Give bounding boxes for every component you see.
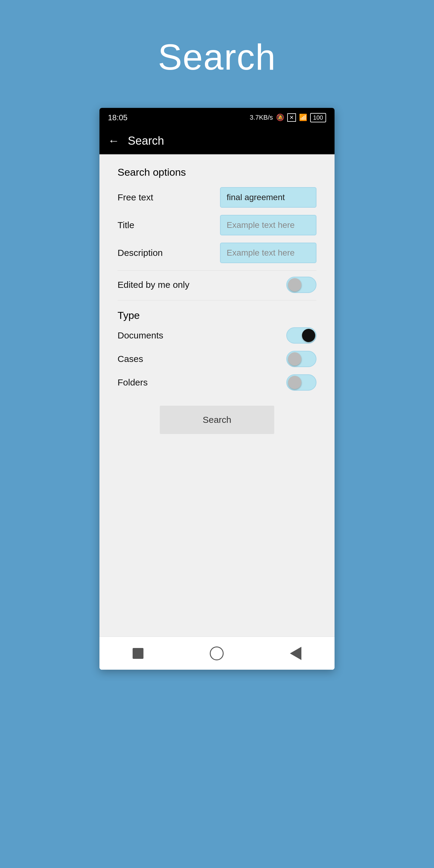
nav-bar [99,637,335,670]
description-label: Description [118,248,163,258]
back-button[interactable]: ← [108,134,119,147]
page-background-title: Search [158,36,276,78]
documents-thumb [302,329,315,342]
edited-by-me-label: Edited by me only [118,280,189,290]
description-row: Description [118,243,316,263]
documents-toggle[interactable] [286,327,316,344]
free-text-input[interactable] [220,187,316,208]
status-bar: 18:05 3.7KB/s 🔕 ✕ 📶 100 [99,108,335,127]
status-speed: 3.7KB/s [250,114,273,121]
folders-track [286,374,316,391]
cases-row: Cases [118,351,316,367]
nav-square-button[interactable] [133,648,144,659]
cases-thumb [288,352,301,366]
edited-by-me-thumb [288,278,301,291]
divider-1 [118,270,316,271]
app-bar: ← Search [99,127,335,154]
edited-by-me-toggle[interactable] [286,277,316,293]
content-area: Search options Free text Title Descripti… [99,154,335,637]
documents-row: Documents [118,327,316,344]
status-icons: 3.7KB/s 🔕 ✕ 📶 100 [250,113,326,122]
title-input[interactable] [220,215,316,236]
cases-label: Cases [118,354,143,364]
phone-frame: 18:05 3.7KB/s 🔕 ✕ 📶 100 ← Search Search … [99,108,335,670]
cases-track [286,351,316,367]
free-text-row: Free text [118,187,316,208]
folders-label: Folders [118,377,148,388]
nav-home-button[interactable] [210,647,224,660]
wifi-icon: 📶 [299,114,307,121]
description-input[interactable] [220,243,316,263]
folders-toggle[interactable] [286,374,316,391]
documents-track [286,327,316,344]
mute-icon: 🔕 [276,114,284,121]
divider-2 [118,300,316,301]
search-button[interactable]: Search [160,406,274,434]
edited-by-me-row: Edited by me only [118,277,316,293]
close-icon: ✕ [287,113,296,122]
folders-row: Folders [118,374,316,391]
edited-by-me-track [286,277,316,293]
app-bar-title: Search [128,134,164,147]
battery-indicator: 100 [310,113,326,122]
cases-toggle[interactable] [286,351,316,367]
type-section-title: Type [118,310,316,321]
folders-thumb [288,376,301,389]
documents-label: Documents [118,330,163,341]
title-row: Title [118,215,316,236]
status-time: 18:05 [108,113,127,122]
nav-back-button[interactable] [290,647,301,660]
free-text-label: Free text [118,192,153,203]
title-label: Title [118,220,134,230]
search-options-title: Search options [118,166,316,178]
